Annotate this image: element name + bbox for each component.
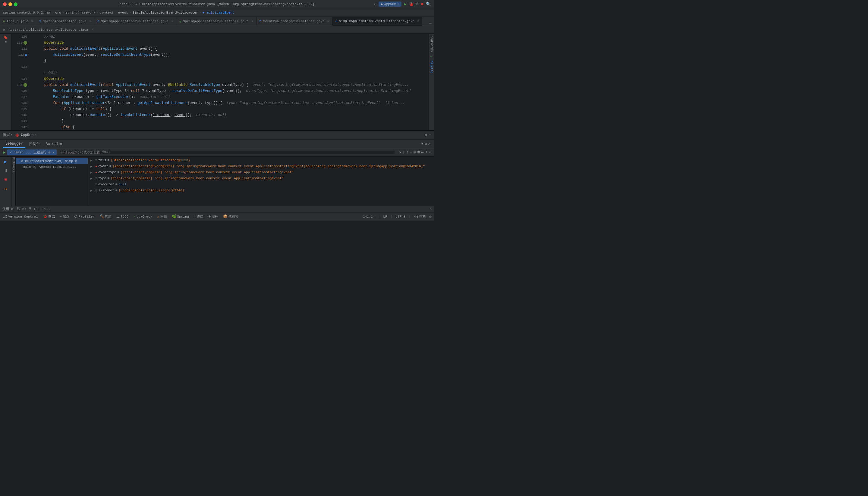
line-gutter-129: 129 xyxy=(12,34,30,40)
thread-dropdown[interactable]: ▾ xyxy=(52,150,55,154)
watches-dropdown[interactable]: ▾ xyxy=(429,150,431,155)
profiler-item[interactable]: ⏱ Profiler xyxy=(74,214,95,219)
stop-sidebar-icon[interactable]: ■ xyxy=(2,176,9,183)
more-debug-icon[interactable]: ⋯ xyxy=(421,150,423,155)
tab-close-apprun[interactable]: × xyxy=(31,20,33,23)
expand-icon[interactable]: ⤢ xyxy=(428,142,431,146)
table-view-icon[interactable]: ⊞ xyxy=(417,150,420,155)
breadcrumb-item-5[interactable]: SimpleApplicationEventMulticaster xyxy=(133,11,198,14)
tab-springapplicationrunlisteners[interactable]: S SpringApplicationRunListeners.java × xyxy=(94,17,176,26)
code-line-139: 139 if (executor != null) { xyxy=(12,106,429,112)
step-over-icon[interactable]: ↷ xyxy=(399,150,401,155)
code-line-140: 140 executor.execute(() -> invokeListene… xyxy=(12,112,429,118)
run-config-button[interactable]: ▶ AppRun ▾ xyxy=(378,1,401,6)
settings-right-icon[interactable]: ⚙ xyxy=(429,215,431,218)
layout-icon[interactable]: ⊞ xyxy=(425,142,427,146)
frame-item-1[interactable]: main:9, AppRun (com.ossa... xyxy=(16,164,88,170)
tab-apprun[interactable]: A AppRun.java × xyxy=(0,17,36,26)
problems-label: 问题 xyxy=(160,214,167,219)
tab-eventpublishingrunlistener[interactable]: E EventPublishingRunListener.java × xyxy=(257,17,332,26)
close-button[interactable] xyxy=(3,2,6,6)
breadcrumb-item-2[interactable]: springframework xyxy=(65,11,95,14)
var-executor[interactable]: ▶ ≡ executor = null xyxy=(88,182,434,187)
status-message-close[interactable]: × xyxy=(430,207,432,211)
window-controls[interactable] xyxy=(3,2,17,6)
expand-listener[interactable]: ▶ xyxy=(90,189,94,192)
var-event[interactable]: ▶ ● event = {ApplicationStartingEvent@22… xyxy=(88,163,434,169)
tab-springapplicationrunlistener[interactable]: ⊙ SpringApplicationRunListener.java × xyxy=(176,17,256,26)
endpoints-item[interactable]: ⏤ 端点 xyxy=(60,214,69,219)
expand-this[interactable]: ▶ xyxy=(90,158,94,162)
run-to-cursor-icon[interactable]: → xyxy=(410,150,412,155)
resume-icon[interactable]: ▶ xyxy=(3,150,5,155)
maximize-button[interactable] xyxy=(14,2,17,6)
search-icon[interactable]: 🔍 xyxy=(426,1,431,6)
step-out-icon[interactable]: ↑ xyxy=(406,150,408,155)
breadcrumb-item-0[interactable]: spring-context-6.0.2.jar xyxy=(3,11,51,14)
pause-sidebar-icon[interactable]: ⏸ xyxy=(2,167,9,174)
tab-close-springapplicationrunlisteners[interactable]: × xyxy=(171,20,173,23)
terminal-item[interactable]: ▭ 终端 xyxy=(194,214,203,219)
code-line-131: 131 public void multicastEvent(Applicati… xyxy=(12,46,429,52)
tab-springapplication[interactable]: S SpringApplication.java × xyxy=(36,17,94,26)
luacheck-item[interactable]: ✓ LuaCheck xyxy=(133,214,152,219)
tab-close-springapplicationrunlistener[interactable]: × xyxy=(251,20,253,23)
filter-thread-icon[interactable]: ⊘ xyxy=(48,150,51,154)
services-item[interactable]: ⚙ 服务 xyxy=(208,214,218,219)
eval-input[interactable] xyxy=(61,151,394,154)
tab-close-simpleapplicationeventmulticaster[interactable]: × xyxy=(417,19,419,23)
debug-item[interactable]: 🐞 调试 xyxy=(43,214,55,219)
minimize-button[interactable] xyxy=(9,2,12,6)
resume-sidebar-icon[interactable]: ▶ xyxy=(2,158,9,165)
expand-event[interactable]: ▶ xyxy=(90,165,94,168)
debugger-tab[interactable]: Debugger xyxy=(3,140,25,148)
frame-item-0[interactable]: → ⊙ multicastEvent:143, Simple xyxy=(16,158,88,164)
more-actions-icon[interactable]: ⚙ xyxy=(416,2,418,6)
console-tab[interactable]: 控制台 xyxy=(27,140,42,148)
problems-item[interactable]: ⚠ 问题 xyxy=(157,214,167,219)
tab-close-springapplication[interactable]: × xyxy=(89,20,91,23)
debug-run-icon[interactable]: 🐞 xyxy=(409,1,414,6)
expand-eventtype[interactable]: ▶ xyxy=(90,171,94,174)
tab-simpleapplicationeventmulticaster[interactable]: S SimpleApplicationEventMulticaster.java… xyxy=(332,17,422,26)
code-editor[interactable]: 129 //nul 130 @Override 131 public void … xyxy=(12,34,429,130)
restart-sidebar-icon[interactable]: ↺ xyxy=(2,185,9,192)
nav-back-icon[interactable]: ◁ xyxy=(374,2,376,6)
build-item[interactable]: 🔨 构建 xyxy=(99,214,111,219)
version-control-item[interactable]: ⎇ Version Control xyxy=(3,214,38,219)
code-line-141: 141 } xyxy=(12,118,429,124)
expand-type[interactable]: ▶ xyxy=(90,176,94,181)
minimize-debug-icon[interactable]: − xyxy=(429,133,431,137)
bottom-toolbar: ⎇ Version Control 🐞 调试 ⏤ 端点 ⏱ Profiler 🔨… xyxy=(0,212,434,221)
add-watch-icon[interactable]: + xyxy=(425,150,428,155)
subtab-abstractapplication[interactable]: AbstractApplicationEventMulticaster.java xyxy=(6,26,91,33)
breadcrumb-item-3[interactable]: context xyxy=(100,11,114,14)
var-eventtype[interactable]: ▶ ● eventType = {ResolvableType@2398} "o… xyxy=(88,169,434,175)
bookmark-icon[interactable]: 🔖 xyxy=(3,35,8,40)
dependencies-item[interactable]: 📦 依赖项 xyxy=(223,214,238,219)
breadcrumb-item-4[interactable]: event xyxy=(118,11,128,14)
code-line-137: 137 Executor executor = getTaskExecutor(… xyxy=(12,94,429,100)
var-this[interactable]: ▶ ≡ this = {SimpleApplicationEventMultic… xyxy=(88,157,434,163)
actuator-tab[interactable]: Actuator xyxy=(43,140,66,148)
breadcrumb-item-1[interactable]: org xyxy=(55,11,61,14)
stop-icon[interactable]: ■ xyxy=(421,2,423,6)
tab-close-eventpublishingrunlistener[interactable]: × xyxy=(327,20,329,23)
var-listener[interactable]: ▶ ≡ listener = {LoggingApplicationListen… xyxy=(88,187,434,193)
todo-item[interactable]: ☰ TODO xyxy=(117,214,128,219)
subtab-close[interactable]: × xyxy=(92,28,94,31)
play-icon[interactable]: ▶ xyxy=(404,1,406,6)
eval-input-area[interactable] xyxy=(59,151,397,154)
breakpoint-130 xyxy=(24,41,27,45)
filter-icon[interactable]: ▼ xyxy=(421,142,423,146)
spring-item[interactable]: 🌿 Spring xyxy=(172,214,189,219)
step-into-icon[interactable]: ↓ xyxy=(402,150,405,155)
var-type[interactable]: ▶ ≡ type = {ResolvableType@2398} "org.sp… xyxy=(88,175,434,182)
editor-area: 🔖 ≡ 129 //nul 130 @Override 131 xyxy=(0,34,434,130)
settings-icon[interactable]: ⚙ xyxy=(425,133,427,137)
evaluate-icon[interactable]: ⌨ xyxy=(414,150,416,155)
close-debug-button[interactable]: × xyxy=(35,134,36,137)
structure-icon[interactable]: ≡ xyxy=(4,41,6,45)
tabs-overflow[interactable]: ⋯ xyxy=(427,21,434,26)
breadcrumb-item-6[interactable]: ⊕ multicastEvent xyxy=(203,11,234,14)
